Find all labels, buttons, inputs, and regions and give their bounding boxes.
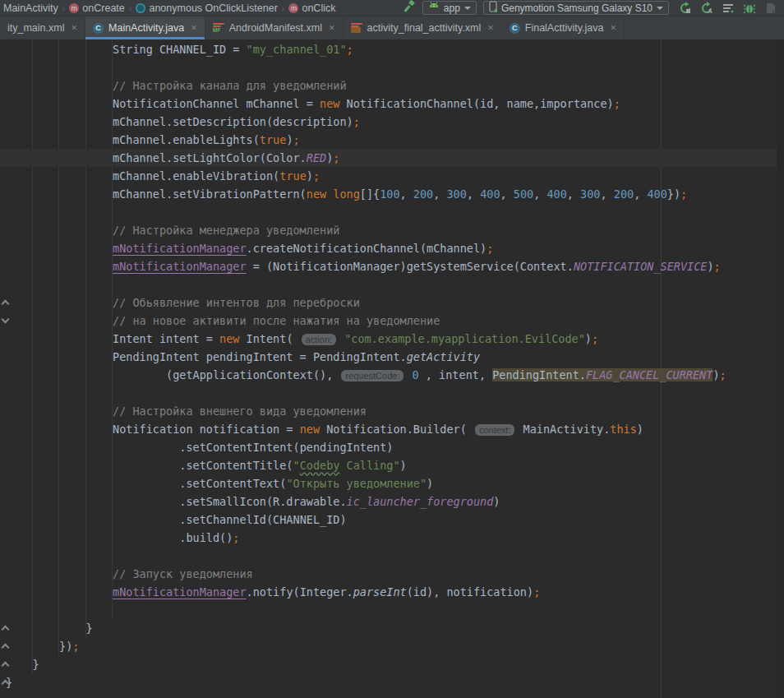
code-token: true — [260, 133, 287, 146]
device-selector-dropdown[interactable]: Genymotion Samsung Galaxy S10 — [483, 1, 669, 15]
code-line[interactable]: } — [0, 655, 777, 673]
breadcrumb-item[interactable]: monClick — [288, 2, 335, 14]
code-token: 400 — [480, 187, 500, 201]
code-token: mChannel.setLightColor(Color. — [113, 151, 307, 164]
code-line[interactable]: NotificationChannel mChannel = new Notif… — [0, 95, 777, 113]
code-token: 200 — [614, 187, 634, 201]
code-line[interactable]: mChannel.enableVibration(true); — [0, 167, 777, 185]
editor-scrollbar[interactable] — [777, 39, 784, 698]
code-line[interactable]: PendingIntent pendingIntent = PendingInt… — [0, 348, 777, 366]
code-token: , — [533, 187, 546, 201]
code-line[interactable]: .setContentTitle("Codeby Calling") — [0, 456, 777, 474]
editor-tab[interactable]: MFAndroidManifest.xml✕ — [205, 16, 344, 39]
code-line[interactable]: mChannel.setVibrationPattern(new long[]{… — [0, 185, 777, 203]
code-token: , — [567, 187, 580, 201]
code-line[interactable]: String CHANNEL_ID = "my_channel_01"; — [0, 40, 777, 58]
code-token: 100 — [380, 187, 399, 201]
code-token: new — [300, 423, 320, 436]
breadcrumb-label: anonymous OnClickListener — [149, 2, 277, 14]
code-token: .build() — [179, 531, 233, 544]
code-token: FLAG_CANCEL_CURRENT — [586, 368, 713, 381]
code-line[interactable]: .setContentIntent(pendingIntent) — [0, 438, 777, 456]
code-token: 200 — [413, 187, 433, 201]
code-line[interactable]: .setChannelId(CHANNEL_ID) — [0, 511, 777, 529]
debug-bug-icon[interactable] — [743, 2, 756, 15]
breadcrumb: MainActivity›monCreate›anonymous OnClick… — [3, 2, 403, 14]
code-line[interactable]: // на новое активити после нажатия на ув… — [0, 312, 777, 330]
code-token: 300 — [580, 187, 600, 201]
java-class-icon: C — [93, 23, 104, 34]
code-token: ic_launcher_foreground — [347, 495, 494, 508]
code-line[interactable]: Intent intent = new Intent( action: "com… — [0, 330, 777, 348]
editor-tab[interactable]: activity_final_acttivity.xml✕ — [344, 16, 502, 39]
tab-close-icon[interactable]: ✕ — [71, 24, 77, 32]
tab-close-icon[interactable]: ✕ — [487, 24, 494, 32]
code-line[interactable] — [0, 547, 777, 565]
code-line[interactable]: mNotificationManager.createNotificationC… — [0, 239, 777, 257]
code-line[interactable]: .setSmallIcon(R.drawable.ic_launcher_for… — [0, 492, 777, 511]
tab-close-icon[interactable]: ✕ — [329, 24, 335, 32]
breadcrumb-item[interactable]: anonymous OnClickListener — [136, 2, 277, 14]
code-token: action: — [302, 334, 336, 345]
anonymous-class-icon — [136, 3, 145, 13]
editor-tab[interactable]: CMainActivity.java✕ — [85, 16, 205, 39]
code-line[interactable]: // Настройка менеджера уведомлений — [0, 221, 777, 239]
code-line[interactable]: // Настройка внешнего вида уведомления — [0, 402, 777, 420]
code-token: ; — [347, 43, 353, 56]
code-line[interactable]: mChannel.enableLights(true); — [0, 131, 777, 149]
module-selector-dropdown[interactable]: app — [422, 1, 477, 15]
profiler-icon[interactable] — [764, 2, 777, 15]
code-token: , — [500, 187, 514, 201]
tab-close-icon[interactable]: ✕ — [610, 24, 616, 32]
code-line[interactable]: mChannel.setDescription(description); — [0, 113, 777, 131]
tab-label: activity_final_acttivity.xml — [367, 22, 482, 34]
breadcrumb-label: onClick — [302, 2, 335, 14]
code-token — [405, 368, 412, 381]
code-token: ; — [714, 260, 721, 273]
code-token: mChannel.setVibrationPattern( — [113, 187, 307, 201]
run-config-list-icon[interactable] — [722, 2, 735, 15]
code-line[interactable]: mNotificationManager = (NotificationMana… — [0, 257, 777, 275]
code-token: ) — [707, 260, 713, 273]
code-line[interactable]: } — [0, 619, 777, 637]
code-token: 0 — [413, 368, 419, 381]
editor[interactable]: String CHANNEL_ID = "my_channel_01"; // … — [0, 39, 784, 698]
tab-close-icon[interactable]: ✕ — [191, 24, 197, 32]
apply-code-changes-icon[interactable]: A — [700, 2, 713, 15]
code-line[interactable]: // Запуск уведомления — [0, 565, 777, 583]
code-line[interactable] — [0, 275, 777, 294]
code-line[interactable] — [0, 58, 777, 76]
code-token: .setChannelId(CHANNEL_ID) — [179, 513, 346, 526]
code-line[interactable]: // Обьявление интентов для переброски — [0, 294, 777, 312]
code-line[interactable]: .setContentText("Открыть уведомление") — [0, 474, 777, 492]
code-line[interactable]: // Настройка канала для уведомлений — [0, 76, 777, 95]
code-token: // Настройка менеджера уведомлений — [113, 224, 339, 237]
code-token: , — [467, 187, 480, 201]
toolbar-controls: app Genymotion Samsung Galaxy S10 — [403, 0, 781, 16]
code-token: .notify(Integer. — [247, 585, 353, 599]
breadcrumb-item[interactable]: monCreate — [69, 2, 124, 14]
code-line[interactable]: }); — [0, 637, 777, 655]
method-icon: m — [288, 3, 298, 13]
code-line[interactable]: .build(); — [0, 529, 777, 547]
code-line[interactable]: Notification notification = new Notifica… — [0, 420, 777, 438]
code-token: mNotificationManager — [113, 242, 247, 255]
code-line[interactable]: (getApplicationContext(), requestCode: 0… — [0, 366, 777, 384]
code-line[interactable]: mChannel.setLightColor(Color.RED); — [0, 149, 777, 167]
code-token: "com.example.myapplication.EvilCode" — [344, 332, 585, 345]
code-line[interactable] — [0, 601, 777, 619]
code-token: Notification.Builder( — [320, 423, 473, 436]
rerun-icon[interactable] — [679, 2, 692, 15]
editor-tab[interactable]: ity_main.xml✕ — [0, 16, 85, 39]
code-line[interactable] — [0, 203, 777, 221]
code-token: 500 — [514, 187, 533, 201]
tab-label: MainActivity.java — [108, 22, 184, 34]
editor-tab[interactable]: CFinalActtivity.java✕ — [502, 16, 625, 39]
code-line[interactable]: } — [0, 673, 777, 691]
build-hammer-icon[interactable] — [403, 0, 416, 16]
code-token: (getApplicationContext(), — [166, 368, 339, 381]
code-line[interactable] — [0, 384, 777, 402]
editor-tab-bar: ity_main.xml✕CMainActivity.java✕MFAndroi… — [0, 16, 784, 39]
code-line[interactable]: mNotificationManager.notify(Integer.pars… — [0, 583, 777, 601]
breadcrumb-item[interactable]: MainActivity — [3, 2, 58, 14]
